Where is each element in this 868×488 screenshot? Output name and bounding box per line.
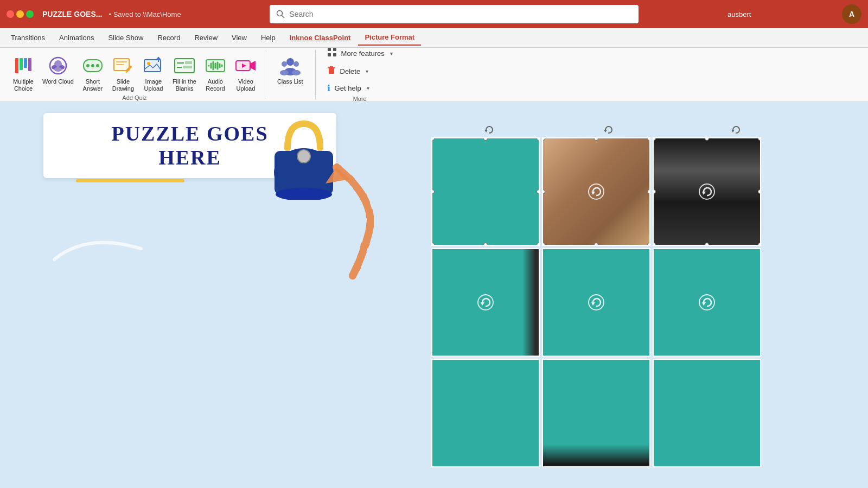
tab-review[interactable]: Review: [188, 30, 224, 45]
sel-handle-tl-2[interactable]: [653, 137, 656, 141]
audio-record-icon: [204, 54, 227, 77]
tab-animations[interactable]: Animations: [53, 30, 100, 45]
rotate-handle-top-2[interactable]: [602, 124, 614, 138]
puzzle-cell-2-0[interactable]: [431, 359, 540, 467]
sel-handle-bm[interactable]: [483, 243, 488, 246]
sel-handle-bm-2[interactable]: [705, 243, 709, 246]
audio-record-button[interactable]: AudioRecord: [201, 52, 230, 94]
puzzle-cell-0-0[interactable]: [431, 137, 540, 246]
fill-blanks-label: Fill in theBlanks: [173, 78, 196, 92]
slide-drawing-icon: [112, 54, 135, 77]
puzzle-cell-1-0[interactable]: [431, 248, 540, 357]
sel-handle-tm-1[interactable]: [594, 137, 598, 141]
image-upload-button[interactable]: ImageUpload: [139, 52, 168, 94]
rotate-handle-top[interactable]: [483, 124, 495, 138]
tab-record[interactable]: Record: [151, 30, 187, 45]
puzzle-cell-2-2[interactable]: [653, 359, 761, 467]
word-cloud-label: Word Cloud: [42, 78, 74, 85]
tab-transitions[interactable]: Transitions: [4, 30, 52, 45]
tab-picture-format[interactable]: Picture Format: [358, 30, 421, 46]
get-help-button[interactable]: ℹ Get help ▾: [323, 81, 397, 96]
class-list-icon: [279, 54, 302, 77]
delete-button[interactable]: Delete ▾: [323, 64, 397, 79]
sel-handle-bl-2[interactable]: [653, 243, 656, 246]
maximize-button[interactable]: [26, 10, 34, 18]
tab-inknoe-classpoint[interactable]: Inknoe ClassPoint: [283, 30, 358, 45]
sel-handle-bl[interactable]: [431, 243, 435, 246]
minimize-button[interactable]: [16, 10, 24, 18]
slide-drawing-button[interactable]: SlideDrawing: [108, 52, 138, 94]
search-icon: [276, 10, 285, 18]
save-status: • Saved to \\Mac\Home: [108, 10, 181, 18]
sel-handle-mr[interactable]: [537, 189, 540, 194]
document-title: PUZZLE GOES...: [42, 10, 102, 18]
multiple-choice-button[interactable]: MultipleChoice: [9, 52, 38, 94]
tab-view[interactable]: View: [225, 30, 253, 45]
slide-canvas[interactable]: PUZZLE GOES HERE: [0, 102, 868, 488]
sel-handle-tl-1[interactable]: [542, 137, 545, 141]
sel-handle-tm[interactable]: [483, 137, 488, 141]
puzzle-cell-0-2[interactable]: [653, 137, 761, 246]
sel-handle-mr-2[interactable]: [758, 189, 761, 194]
cell-rotate-5[interactable]: [699, 294, 715, 310]
sel-handle-br-2[interactable]: [758, 243, 761, 246]
sel-handle-br-1[interactable]: [647, 243, 650, 246]
sel-handle-tl[interactable]: [431, 137, 435, 141]
word-cloud-button[interactable]: Word Cloud: [39, 52, 77, 87]
search-input[interactable]: [289, 10, 632, 18]
sel-handle-ml-1[interactable]: [542, 189, 545, 194]
ribbon-content: MultipleChoice Word Cloud: [0, 48, 868, 102]
word-cloud-icon: [47, 54, 69, 77]
fill-blanks-button[interactable]: Fill in theBlanks: [169, 52, 200, 94]
username-label: ausbert: [727, 10, 751, 18]
rotate-handle-top-3[interactable]: [730, 124, 742, 138]
search-box[interactable]: [270, 5, 639, 23]
avatar: A: [842, 4, 861, 24]
svg-point-37: [293, 61, 299, 67]
svg-point-10: [96, 64, 99, 67]
sel-handle-br[interactable]: [537, 243, 540, 246]
cell-rotate-3[interactable]: [477, 294, 494, 310]
class-list-label: Class List: [277, 78, 303, 85]
cell-rotate-1[interactable]: [588, 183, 604, 200]
puzzle-cell-1-2[interactable]: [653, 248, 761, 357]
sel-handle-mr-1[interactable]: [647, 189, 650, 194]
more-group: More features ▾ Delete ▾ ℹ Get help: [316, 50, 404, 99]
svg-rect-47: [330, 66, 333, 67]
class-list-items: Class List: [274, 50, 307, 91]
svg-rect-43: [328, 53, 331, 56]
close-button[interactable]: [7, 10, 14, 18]
sel-handle-bl-1[interactable]: [542, 243, 545, 246]
cat-edge: [522, 249, 539, 356]
puzzle-area: [374, 107, 846, 488]
sel-handle-ml-2[interactable]: [653, 189, 656, 194]
svg-rect-45: [329, 68, 334, 74]
sel-handle-ml[interactable]: [431, 189, 435, 194]
class-list-button[interactable]: Class List: [274, 52, 307, 87]
fill-blanks-icon: [173, 54, 196, 77]
info-icon: ℹ: [327, 83, 330, 93]
titlebar: PUZZLE GOES... • Saved to \\Mac\Home aus…: [0, 0, 868, 28]
image-upload-label: ImageUpload: [144, 78, 163, 92]
short-answer-button[interactable]: ShortAnswer: [78, 52, 107, 94]
puzzle-cell-0-1[interactable]: [542, 137, 650, 246]
sel-handle-tm-2[interactable]: [705, 137, 709, 141]
puzzle-cell-2-1[interactable]: [542, 359, 650, 467]
tab-slideshow[interactable]: Slide Show: [101, 30, 150, 45]
sel-handle-bm-1[interactable]: [594, 243, 598, 246]
svg-point-8: [86, 64, 90, 67]
window-controls: [7, 10, 34, 18]
sel-handle-tr-1[interactable]: [647, 137, 650, 141]
cell-rotate-2[interactable]: [699, 183, 715, 200]
sel-handle-tr[interactable]: [537, 137, 540, 141]
tab-help[interactable]: Help: [254, 30, 282, 45]
ribbon-tabs: Transitions Animations Slide Show Record…: [0, 28, 868, 48]
cell-rotate-4[interactable]: [588, 294, 604, 310]
more-features-button[interactable]: More features ▾: [323, 45, 397, 61]
puzzle-grid: [431, 137, 761, 467]
puzzle-cell-1-1[interactable]: [542, 248, 650, 357]
svg-point-17: [147, 62, 150, 65]
sel-handle-tr-2[interactable]: [758, 137, 761, 141]
video-upload-button[interactable]: VideoUpload: [231, 52, 260, 94]
slide-drawing-label: SlideDrawing: [112, 78, 134, 92]
